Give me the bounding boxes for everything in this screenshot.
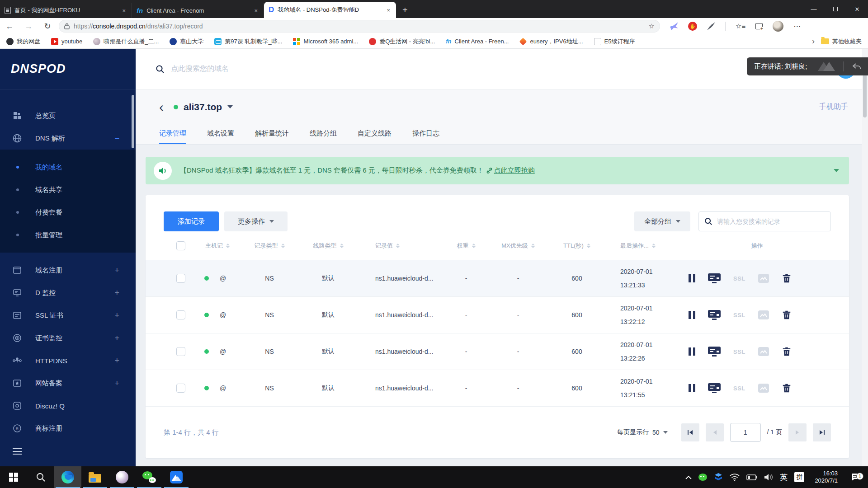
ssl-action-label[interactable]: SSL (733, 312, 745, 319)
bookmark-item[interactable]: 燕山大学 (170, 38, 203, 46)
bookmark-item[interactable]: 爱Q生活网 - 亮亮'bl... (369, 38, 435, 46)
row-checkbox[interactable] (176, 384, 185, 393)
mobile-helper-link[interactable]: 手机助手 (819, 102, 848, 112)
bookmark-item[interactable]: eusery，IPV6地址... (519, 38, 583, 46)
domain-dropdown-caret[interactable] (227, 105, 233, 108)
header-line[interactable]: 线路类型 (297, 242, 360, 250)
sidebar-item-domain-register[interactable]: 域名注册 + (0, 259, 136, 282)
expand-icon[interactable]: + (114, 356, 119, 366)
pause-record-icon[interactable] (689, 347, 695, 356)
taskbar-edge[interactable] (54, 466, 81, 488)
browser-tab-1[interactable]: 首页 - 我的网盘HEROKU × (0, 3, 132, 18)
bookmark-item[interactable]: fnClient Area - Freen... (446, 38, 509, 45)
sidebar-item-discuz[interactable]: Discuz! Q (0, 394, 136, 417)
browser-menu-icon[interactable]: ⋯ (793, 22, 801, 31)
bookmark-item[interactable]: 我的网盘 (6, 38, 40, 46)
bookmark-item[interactable]: Microsoft 365 admi... (293, 38, 358, 45)
sort-icon[interactable] (340, 244, 344, 248)
minimize-button[interactable]: — (803, 0, 825, 18)
note-action-icon[interactable] (758, 273, 769, 283)
delete-icon[interactable] (782, 383, 792, 394)
collections-icon[interactable] (755, 23, 763, 29)
row-checkbox[interactable] (176, 347, 185, 356)
browser-tab-3-active[interactable]: D 我的域名 - DNSPod-免费智能D × (264, 2, 396, 18)
monitor-action-icon[interactable] (708, 346, 721, 357)
sidebar-item-batch[interactable]: 批量管理 (0, 224, 136, 246)
cloud-app-tray-icon[interactable] (714, 473, 723, 482)
monitor-action-icon[interactable] (708, 383, 721, 394)
bookmark-item[interactable]: E5续订程序 (594, 38, 635, 46)
sort-icon[interactable] (226, 244, 230, 248)
more-actions-button[interactable]: 更多操作 (224, 211, 288, 231)
bookmark-item[interactable]: 咦那是什么直播_二... (93, 38, 159, 46)
maximize-button[interactable] (825, 0, 846, 18)
header-mx[interactable]: MX优先级 (486, 242, 550, 250)
bookmark-item[interactable]: 第97课 轧制教学_哔... (214, 38, 282, 46)
sidebar-item-httpdns[interactable]: HTTPDNS + (0, 349, 136, 372)
back-button[interactable]: ← (0, 22, 19, 31)
tab-domain-settings[interactable]: 域名设置 (207, 124, 234, 144)
start-button[interactable] (0, 466, 27, 488)
record-search-input[interactable] (717, 218, 825, 225)
tray-expand-chevron[interactable] (685, 475, 692, 479)
taskbar-clock[interactable]: 16:032020/7/1 (815, 470, 838, 484)
close-button[interactable]: ✕ (846, 0, 868, 18)
collapse-icon[interactable]: − (114, 134, 119, 143)
wifi-icon[interactable] (730, 474, 740, 481)
sidebar-item-paid-plan[interactable]: 付费套餐 (0, 201, 136, 224)
sort-icon[interactable] (396, 244, 400, 248)
header-ttl[interactable]: TTL(秒) (550, 242, 604, 250)
tab-record-management[interactable]: 记录管理 (159, 124, 186, 144)
new-tab-button[interactable]: + (402, 5, 408, 15)
tab-close-icon[interactable]: × (385, 7, 392, 14)
header-last-op[interactable]: 最后操作... (604, 242, 683, 250)
dnspod-logo[interactable]: DNSPOD (11, 62, 66, 76)
browser-tab-2[interactable]: fn Client Area - Freenom × (132, 3, 264, 18)
sidebar-collapse-toggle[interactable] (13, 446, 22, 456)
address-bar[interactable]: https://console.dnspod.cn/dns/ali37.top/… (59, 20, 660, 33)
delete-icon[interactable] (782, 273, 792, 284)
sidebar-item-my-domains[interactable]: 我的域名 (0, 156, 136, 178)
language-indicator[interactable]: 英 (780, 472, 788, 483)
delete-icon[interactable] (782, 310, 792, 320)
pause-record-icon[interactable] (689, 274, 695, 282)
last-page-button[interactable] (813, 423, 831, 441)
monitor-action-icon[interactable] (708, 310, 721, 320)
record-search-box[interactable] (698, 211, 831, 231)
sidebar-item-d-monitor[interactable]: D 监控 + (0, 282, 136, 304)
favorite-star-icon[interactable]: ☆ (649, 22, 655, 30)
reply-arrow-icon[interactable] (852, 63, 862, 70)
bird-extension-icon[interactable] (670, 22, 678, 30)
speaker-icon[interactable] (764, 474, 773, 481)
ssl-action-label[interactable]: SSL (733, 385, 745, 392)
bookmarks-overflow-chevron[interactable]: › (812, 37, 815, 46)
ssl-action-label[interactable]: SSL (733, 275, 745, 282)
table-row[interactable]: @ NS 默认 ns1.huaweicloud-d... - - 600 202… (146, 333, 849, 370)
banner-link[interactable]: 点此立即抢购 (486, 166, 535, 175)
header-type[interactable]: 记录类型 (242, 242, 297, 250)
expand-icon[interactable]: + (114, 288, 119, 298)
sort-icon[interactable] (472, 244, 476, 248)
pause-record-icon[interactable] (689, 311, 695, 319)
battery-icon[interactable] (746, 474, 757, 480)
taskbar-explorer[interactable] (81, 466, 108, 488)
tab-close-icon[interactable]: × (253, 7, 259, 14)
domain-search[interactable]: 点此搜索您的域名 (156, 64, 751, 74)
sort-icon[interactable] (587, 244, 590, 248)
adblock-extension-icon[interactable] (688, 22, 697, 31)
note-action-icon[interactable] (758, 383, 769, 393)
expand-icon[interactable]: + (114, 311, 119, 320)
ssl-action-label[interactable]: SSL (733, 348, 745, 355)
taskbar-meeting[interactable] (163, 466, 190, 488)
pause-record-icon[interactable] (689, 384, 695, 392)
tab-resolution-stats[interactable]: 解析量统计 (255, 124, 289, 144)
delete-icon[interactable] (782, 346, 792, 357)
table-row[interactable]: @ NS 默认 ns1.huaweicloud-d... - - 600 202… (146, 260, 849, 297)
banner-expand-caret[interactable] (834, 169, 839, 172)
bookmark-item[interactable]: youtube (51, 38, 82, 45)
sidebar-item-overview[interactable]: 总览页 (0, 104, 136, 127)
prev-page-button[interactable] (706, 423, 724, 441)
row-checkbox[interactable] (176, 310, 185, 319)
sort-icon[interactable] (652, 244, 656, 248)
taskbar-wechat[interactable] (136, 466, 163, 488)
